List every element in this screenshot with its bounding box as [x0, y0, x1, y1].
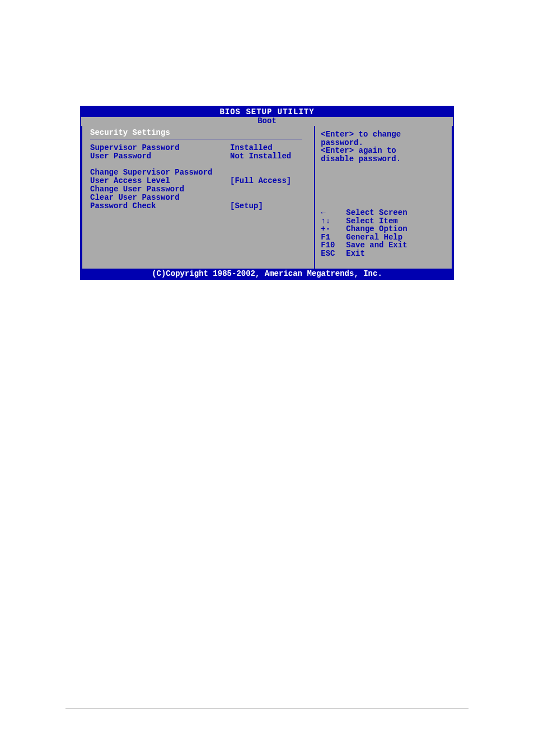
tab-bar: Boot	[81, 117, 453, 126]
bios-window: BIOS SETUP UTILITY Boot Security Setting…	[80, 106, 454, 280]
left-arrow-icon: ←	[321, 209, 346, 217]
keyhelp-general-help-desc: General Help	[346, 233, 446, 242]
clear-user-password-value	[230, 194, 308, 201]
keyhelp-select-screen: ← Select Screen	[321, 209, 446, 217]
keyhelp-exit: ESC Exit	[321, 250, 446, 258]
title-bar: BIOS SETUP UTILITY	[81, 107, 453, 117]
right-panel: <Enter> to change password. <Enter> agai…	[315, 126, 453, 269]
user-access-level-label: User Access Level	[90, 177, 230, 185]
password-check-item[interactable]: Password Check [Setup]	[90, 202, 308, 210]
keyhelp-select-item-desc: Select Item	[346, 217, 446, 226]
updown-arrow-icon: ↑↓	[321, 217, 346, 226]
clear-user-password-label: Clear User Password	[90, 194, 230, 201]
user-password-label: User Password	[90, 152, 230, 160]
spacer	[90, 161, 308, 168]
user-access-level-value: [Full Access]	[230, 177, 308, 185]
help-line3: <Enter> again to	[321, 147, 446, 155]
change-supervisor-password-value	[230, 168, 308, 176]
content-area: Security Settings Supervisor Password In…	[81, 126, 453, 269]
keyhelp-esc-key: ESC	[321, 250, 346, 258]
section-header: Security Settings	[90, 128, 302, 139]
keyhelp-select-screen-desc: Select Screen	[346, 209, 446, 217]
keyhelp-exit-desc: Exit	[346, 250, 446, 258]
change-supervisor-password-item[interactable]: Change Supervisor Password	[90, 168, 308, 176]
clear-user-password-item[interactable]: Clear User Password	[90, 194, 308, 201]
supervisor-password-row: Supervisor Password Installed	[90, 144, 308, 152]
left-panel: Security Settings Supervisor Password In…	[81, 126, 315, 269]
keyhelp-select-item: ↑↓ Select Item	[321, 217, 446, 226]
keyhelp-plusminus-key: +-	[321, 225, 346, 233]
key-help: ← Select Screen ↑↓ Select Item +- Change…	[321, 203, 446, 257]
keyhelp-f10-key: F10	[321, 241, 346, 250]
keyhelp-change-option: +- Change Option	[321, 225, 446, 233]
password-check-label: Password Check	[90, 202, 230, 210]
copyright-footer: (C)Copyright 1985-2002, American Megatre…	[81, 269, 453, 279]
keyhelp-save-exit-desc: Save and Exit	[346, 241, 446, 250]
spacer	[321, 257, 446, 263]
keyhelp-f1-key: F1	[321, 233, 346, 242]
keyhelp-general-help: F1 General Help	[321, 233, 446, 242]
help-line4: disable password.	[321, 155, 446, 163]
page-divider	[65, 708, 469, 709]
change-user-password-item[interactable]: Change User Password	[90, 185, 308, 193]
title-text: BIOS SETUP UTILITY	[81, 107, 453, 116]
help-line2: password.	[321, 139, 446, 147]
user-password-value: Not Installed	[230, 152, 308, 160]
password-check-value: [Setup]	[230, 202, 308, 210]
change-supervisor-password-label: Change Supervisor Password	[90, 168, 230, 176]
change-user-password-label: Change User Password	[90, 185, 230, 193]
keyhelp-change-option-desc: Change Option	[346, 225, 446, 233]
supervisor-password-label: Supervisor Password	[90, 144, 230, 152]
item-help: <Enter> to change password. <Enter> agai…	[321, 130, 446, 163]
user-password-row: User Password Not Installed	[90, 152, 308, 160]
change-user-password-value	[230, 185, 308, 193]
user-access-level-item[interactable]: User Access Level [Full Access]	[90, 177, 308, 185]
keyhelp-save-exit: F10 Save and Exit	[321, 241, 446, 250]
supervisor-password-value: Installed	[230, 144, 308, 152]
help-line1: <Enter> to change	[321, 130, 446, 139]
tab-boot[interactable]: Boot	[256, 117, 278, 125]
